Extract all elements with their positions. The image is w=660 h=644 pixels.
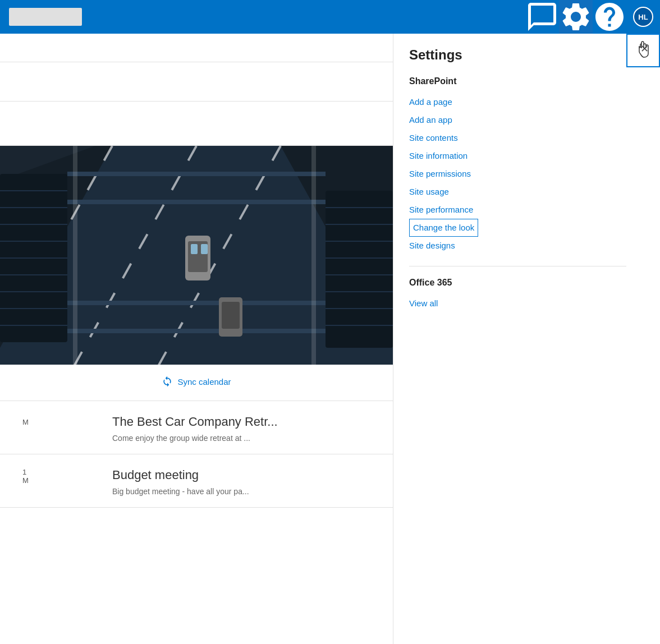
chat-icon xyxy=(525,0,559,34)
top-bar: HL xyxy=(0,0,660,34)
news-title: Budget meeting xyxy=(112,468,370,482)
gear-icon xyxy=(559,0,593,34)
site-performance-link[interactable]: Site performance xyxy=(409,201,626,219)
search-box[interactable] xyxy=(9,8,82,26)
news-description: Big budget meeting - have all your pa... xyxy=(112,487,370,496)
avatar: HL xyxy=(633,7,653,27)
settings-divider xyxy=(409,266,626,266)
settings-panel: ✕ Settings SharePoint Add a page xyxy=(393,34,660,644)
news-item: M The Best Car Company Retr... Come enjo… xyxy=(0,401,393,454)
main-area: Sync calendar M The Best Car Company Ret… xyxy=(0,34,660,644)
svg-rect-18 xyxy=(73,146,77,365)
site-designs-link[interactable]: Site designs xyxy=(409,237,626,255)
left-content: Sync calendar M The Best Car Company Ret… xyxy=(0,34,393,644)
news-item-label: M xyxy=(22,418,29,426)
site-contents-link[interactable]: Site contents xyxy=(409,129,626,147)
svg-rect-17 xyxy=(222,302,240,329)
svg-rect-15 xyxy=(201,244,208,254)
top-bar-right: HL xyxy=(525,0,660,34)
sync-calendar-label: Sync calendar xyxy=(177,377,231,387)
news-title: The Best Car Company Retr... xyxy=(112,415,370,429)
divider-line xyxy=(0,62,393,62)
close-x-icon: ✕ xyxy=(640,43,649,55)
news-item: 1M Budget meeting Big budget meeting - h… xyxy=(0,454,393,508)
site-usage-link[interactable]: Site usage xyxy=(409,183,626,201)
sync-icon xyxy=(162,376,173,387)
view-all-link[interactable]: View all xyxy=(409,295,626,312)
chat-button[interactable] xyxy=(525,0,559,34)
sync-calendar-button[interactable]: Sync calendar xyxy=(162,376,231,387)
add-app-link[interactable]: Add an app xyxy=(409,111,626,129)
settings-content: Settings SharePoint Add a page Add an ap… xyxy=(393,34,660,326)
svg-rect-7 xyxy=(326,191,393,348)
help-button[interactable] xyxy=(593,0,626,34)
sharepoint-section-title: SharePoint xyxy=(409,76,626,86)
svg-rect-19 xyxy=(311,146,316,365)
site-permissions-link[interactable]: Site permissions xyxy=(409,165,626,183)
settings-title: Settings xyxy=(409,47,626,63)
office365-section: Office 365 View all xyxy=(409,278,626,312)
news-description: Come enjoy the group wide retreat at ... xyxy=(112,434,370,443)
close-button[interactable]: ✕ xyxy=(626,34,660,67)
sync-area: Sync calendar xyxy=(0,365,393,401)
divider-line xyxy=(0,101,393,102)
road-illustration xyxy=(0,146,393,365)
site-information-link[interactable]: Site information xyxy=(409,147,626,165)
news-item-label: 1M xyxy=(22,468,29,485)
add-page-link[interactable]: Add a page xyxy=(409,93,626,111)
hero-image xyxy=(0,146,393,365)
news-section: M The Best Car Company Retr... Come enjo… xyxy=(0,401,393,508)
top-bar-left xyxy=(9,8,82,26)
change-the-look-link[interactable]: Change the look xyxy=(409,219,478,237)
help-icon xyxy=(593,0,626,34)
settings-button[interactable] xyxy=(559,0,593,34)
sharepoint-section: SharePoint Add a page Add an app Site co… xyxy=(409,76,626,255)
office365-section-title: Office 365 xyxy=(409,278,626,288)
top-band xyxy=(0,34,393,146)
user-avatar-button[interactable]: HL xyxy=(626,0,660,34)
svg-rect-14 xyxy=(191,244,198,254)
